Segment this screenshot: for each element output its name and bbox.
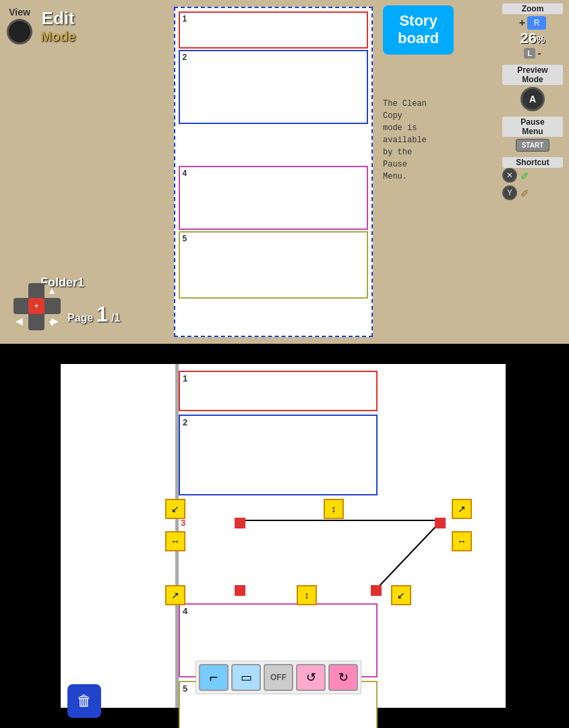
handle-bottom-right-outer[interactable]: ↙: [391, 585, 411, 605]
frame-3-label: 3: [181, 518, 185, 528]
handle-middle-right[interactable]: ↔: [452, 531, 472, 551]
dpad-center: +: [28, 298, 44, 314]
bottom-toolbar: ⌐ ▭ OFF ↺ ↻: [196, 661, 361, 694]
zoom-plus-icon: +: [519, 17, 525, 29]
zoom-r-button[interactable]: R: [527, 16, 546, 30]
zoom-section: Zoom + R 26% L -: [502, 3, 563, 59]
zoom-controls: + R: [502, 16, 563, 30]
bottom-frame-1: 1: [179, 371, 378, 411]
page-total: /1: [111, 312, 120, 324]
green-pen-icon: ✏: [520, 169, 529, 182]
pause-section: PauseMenu START: [502, 117, 563, 152]
frame-2: 2: [179, 50, 368, 124]
trash-button[interactable]: 🗑: [67, 684, 101, 718]
center-panel: 1 2 4 5: [169, 0, 378, 344]
right-info-panel: Storyboard The CleanCopymode isavailable…: [378, 0, 499, 344]
frame-2-num: 2: [183, 53, 187, 62]
shortcut-row-x: ✕ ✏: [502, 168, 563, 183]
bottom-frame-4-num: 4: [183, 606, 187, 616]
frame-5: 5: [179, 231, 368, 299]
edit-mode-label: Edit Mode: [40, 8, 76, 44]
r-label: R: [534, 18, 540, 28]
tool-button-4[interactable]: ↺: [296, 664, 326, 691]
bottom-frame-2-num: 2: [183, 417, 187, 427]
bottom-frame-2: 2: [179, 415, 378, 495]
zoom-value: 26%: [502, 30, 563, 47]
tool-button-off[interactable]: OFF: [264, 664, 293, 691]
start-button[interactable]: START: [516, 139, 550, 152]
tool-button-5[interactable]: ↻: [328, 664, 358, 691]
arrow-down-icon: ▼: [47, 317, 57, 328]
a-button[interactable]: A: [520, 87, 545, 111]
arrow-left-icon: ◀: [16, 315, 23, 326]
view-label: View: [9, 7, 30, 18]
tool-button-1[interactable]: ⌐: [199, 664, 229, 691]
view-circle[interactable]: [7, 19, 32, 44]
tool-button-2[interactable]: ▭: [231, 664, 261, 691]
left-panel: View Edit Mode Folder1 ◀ ▶ ▲ ▼ + Page: [0, 0, 169, 344]
zoom-minus-icon: -: [537, 47, 541, 59]
page-label: Page: [67, 312, 93, 324]
red-handle-tr: [435, 518, 446, 528]
far-right-panel: Zoom + R 26% L - PreviewMode A: [499, 0, 566, 344]
canvas-area: 1 2 4 5: [174, 7, 373, 337]
frame-4: 4: [179, 166, 368, 230]
bottom-frame-5-num: 5: [183, 684, 187, 694]
l-button[interactable]: L: [524, 48, 535, 59]
top-screen: View Edit Mode Folder1 ◀ ▶ ▲ ▼ + Page: [0, 0, 569, 344]
preview-section: PreviewMode A: [502, 65, 563, 111]
shortcut-row-y: Y ✏: [502, 185, 563, 200]
shortcut-label: Shortcut: [502, 157, 563, 168]
frame-gap: [179, 125, 368, 166]
arrow-up-icon: ▲: [47, 285, 57, 296]
mode-label: Mode: [40, 29, 76, 44]
clean-copy-text: The CleanCopymode isavailableby thePause…: [383, 98, 427, 183]
handle-top-right-outer[interactable]: ↗: [452, 499, 472, 519]
shortcut-section: Shortcut ✕ ✏ Y ✏: [502, 157, 563, 200]
pause-label: PauseMenu: [502, 117, 563, 137]
red-handle-br: [371, 585, 382, 596]
bottom-inner: 1 2 4 5 3 ↙ ↕ ↗ ↔ ↔ ↗ ↕ ↙: [61, 364, 506, 708]
edit-label: Edit: [40, 8, 76, 29]
handle-bottom-left-outer[interactable]: ↗: [165, 585, 185, 605]
preview-label: PreviewMode: [502, 65, 563, 85]
bottom-screen: 1 2 4 5 3 ↙ ↕ ↗ ↔ ↔ ↗ ↕ ↙: [0, 344, 569, 728]
x-button[interactable]: ✕: [502, 168, 517, 183]
handle-top-center[interactable]: ↕: [324, 499, 344, 519]
frame-1-num: 1: [183, 14, 187, 24]
zoom-row: L -: [502, 47, 563, 59]
frame-5-num: 5: [183, 234, 187, 243]
red-handle-bl: [235, 585, 245, 596]
storyboard-button[interactable]: Storyboard: [383, 5, 454, 55]
frame-1: 1: [179, 11, 368, 49]
page-number: 1: [96, 302, 109, 326]
svg-line-1: [378, 520, 442, 588]
zoom-label: Zoom: [502, 3, 563, 14]
handle-top-left-outer[interactable]: ↙: [165, 499, 185, 519]
red-handle-tl: [235, 518, 245, 528]
frame-4-num: 4: [183, 169, 187, 178]
y-button[interactable]: Y: [502, 185, 517, 200]
page-info: Page 1 /1: [67, 302, 120, 327]
view-button[interactable]: View: [7, 7, 32, 44]
dpad[interactable]: ◀ ▶ ▲ ▼ +: [13, 283, 61, 330]
bottom-frame-1-num: 1: [183, 373, 187, 384]
handle-bottom-center[interactable]: ↕: [297, 585, 317, 605]
handle-middle-left[interactable]: ↔: [165, 531, 185, 551]
brown-pen-icon: ✏: [520, 187, 529, 200]
